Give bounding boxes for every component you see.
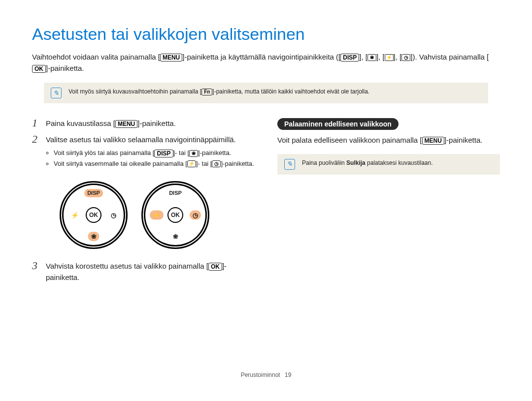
intro-paragraph: Vaihtoehdot voidaan valita painamalla [M…: [32, 52, 500, 74]
note-box: ✎ Voit myös siirtyä kuvausvaihtoehtoihin…: [44, 83, 488, 103]
ok-button-label: OK: [208, 263, 222, 271]
disp-button-label: DISP: [154, 150, 173, 157]
menu-button-label: MENU: [160, 54, 182, 62]
dial-timer-segment: ◷: [190, 211, 201, 220]
timer-icon: ◷: [401, 54, 410, 61]
ok-button-label: OK: [32, 65, 46, 73]
dial-macro-segment: ❀: [170, 232, 181, 241]
page-number: 19: [285, 371, 291, 378]
page-title: Asetusten tai valikkojen valitseminen: [32, 25, 500, 44]
dial-flash-segment: ⚡: [150, 211, 164, 220]
right-column: Palaaminen edelliseen valikkoon Voit pal…: [277, 118, 500, 288]
intro-text: ], [: [376, 53, 385, 61]
flash-icon: ⚡: [187, 160, 196, 167]
note-icon: ✎: [284, 159, 295, 170]
navigation-dials: DISP ❀ ⚡ ◷ OK DISP ❀ ⚡ ◷ OK: [46, 173, 255, 256]
dial-disp-segment: DISP: [166, 189, 185, 197]
fn-button-label: Fn: [201, 89, 212, 95]
note-text: Paina puoliväliin Sulkija palataksesi ku…: [302, 159, 433, 167]
step-2-bullet-2: Voit siirtyä vasemmalle tai oikealle pai…: [54, 159, 255, 169]
dial-flash-segment: ⚡: [68, 211, 82, 220]
step-2-bullet-1: Voit siirtyä ylös tai alas painamalla [D…: [54, 148, 255, 158]
note-text: Voit myös siirtyä kuvausvaihtoehtoihin p…: [68, 88, 369, 96]
section-pill: Palaaminen edelliseen valikkoon: [277, 118, 399, 130]
menu-button-label: MENU: [422, 137, 444, 145]
menu-button-label: MENU: [115, 120, 137, 128]
flash-icon: ⚡: [385, 54, 394, 61]
dial-vertical: DISP ❀ ⚡ ◷ OK: [60, 181, 128, 249]
step-3: Vahvista korostettu asetus tai valikko p…: [32, 261, 255, 283]
dial-macro-segment: ❀: [88, 232, 100, 241]
dial-timer-segment: ◷: [108, 211, 119, 220]
intro-text: ], [: [359, 53, 367, 61]
dial-horizontal: DISP ❀ ⚡ ◷ OK: [141, 181, 209, 249]
intro-text: ]). Vahvista painamalla [: [410, 53, 489, 61]
note-box: ✎ Paina puoliväliin Sulkija palataksesi …: [277, 154, 500, 175]
note-icon: ✎: [51, 88, 62, 98]
macro-icon: ❀: [189, 150, 198, 157]
right-body: Voit palata edelliseen valikkoon painama…: [277, 135, 500, 146]
macro-icon: ❀: [367, 54, 376, 61]
left-column: Paina kuvaustilassa [MENU]-painiketta. V…: [32, 118, 255, 288]
page-footer: Perustoiminnot 19: [32, 371, 500, 378]
dial-ok-button: OK: [167, 207, 183, 223]
footer-section: Perustoiminnot: [241, 371, 280, 378]
disp-button-label: DISP: [340, 54, 359, 62]
dial-ok-button: OK: [86, 207, 101, 223]
dial-disp-segment: DISP: [84, 189, 103, 197]
intro-text: ]-painiketta ja käyttämällä navigointipa…: [182, 53, 340, 61]
intro-text: ]-painiketta.: [46, 64, 84, 72]
intro-text: Vaihtoehdot voidaan valita painamalla [: [32, 53, 160, 61]
intro-text: ], [: [394, 53, 402, 61]
step-1: Paina kuvaustilassa [MENU]-painiketta.: [32, 118, 255, 129]
timer-icon: ◷: [212, 160, 221, 167]
step-2: Valitse asetus tai valikko selaamalla na…: [32, 134, 255, 256]
